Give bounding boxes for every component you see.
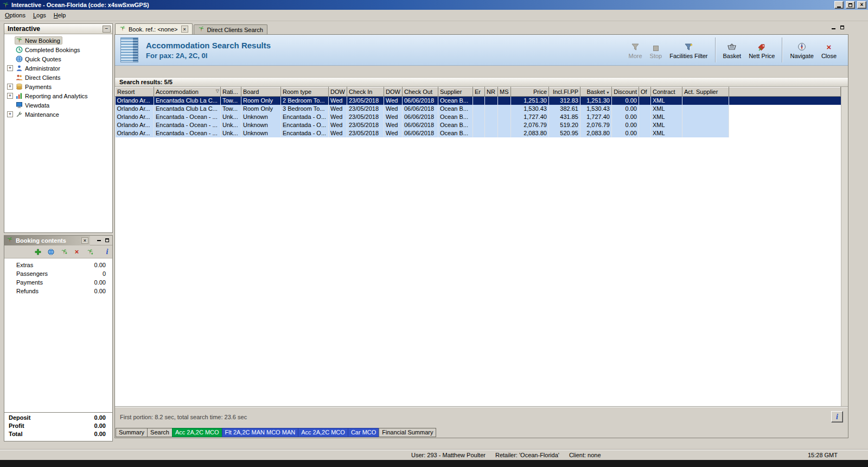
tab-summary[interactable]: Summary xyxy=(116,428,148,437)
column-header-er[interactable]: Er xyxy=(473,87,485,97)
result-row[interactable]: Orlando Ar...Encantada Club La C...Tow..… xyxy=(116,97,841,105)
total-value: 0.00 xyxy=(94,414,106,422)
column-header-dow[interactable]: DOW xyxy=(329,87,347,97)
result-row[interactable]: Orlando Ar...Encantada - Ocean - ...Unk.… xyxy=(116,129,841,137)
column-header-supplier[interactable]: Supplier xyxy=(438,87,473,97)
menu-help[interactable]: Help xyxy=(50,11,70,20)
maximize-button[interactable] xyxy=(846,1,855,9)
maximize-icon[interactable] xyxy=(840,26,844,29)
minimize-icon[interactable] xyxy=(832,28,835,29)
tab-car-mco[interactable]: Car MCO xyxy=(348,428,379,437)
expand-icon[interactable]: + xyxy=(7,93,13,99)
info-icon[interactable]: i xyxy=(103,248,111,256)
booking-row-passengers[interactable]: Passengers0 xyxy=(4,270,112,279)
collapse-panel-button[interactable]: − xyxy=(103,26,111,33)
sidebar-item-new-booking[interactable]: New Booking xyxy=(4,36,112,45)
filter-icon[interactable]: ▽ xyxy=(216,89,219,93)
close-results-button[interactable]: × Close xyxy=(821,41,837,59)
delete-icon[interactable]: × xyxy=(73,248,81,256)
cell: Ocean B... xyxy=(438,129,473,137)
booking-row-extras[interactable]: Extras0.00 xyxy=(4,262,112,270)
close-tab-icon[interactable]: × xyxy=(181,26,188,33)
basket-button[interactable]: Basket xyxy=(723,41,742,59)
result-row[interactable]: Orlando Ar...Encantada Club La C...Tow..… xyxy=(116,105,841,113)
column-header-basket[interactable]: Basket▼ xyxy=(580,87,612,97)
accommodation-results-panel: Accommodation Search Results For pax: 2A… xyxy=(114,34,848,438)
column-header-act-supplier[interactable]: Act. Supplier xyxy=(682,87,729,97)
add-item-icon[interactable] xyxy=(60,248,68,256)
menu-logs[interactable]: Logs xyxy=(29,11,50,20)
facilities-filter-button[interactable]: Facilities Filter xyxy=(669,41,707,59)
cell xyxy=(473,113,485,121)
column-header-check-in[interactable]: Check In xyxy=(347,87,384,97)
close-panel-button[interactable]: × xyxy=(81,237,88,244)
header-titles: Accommodation Search Results For pax: 2A… xyxy=(146,41,271,60)
close-button[interactable]: × xyxy=(857,1,866,9)
menu-options[interactable]: Options xyxy=(1,11,29,20)
search-timing-bar: First portion: 8.2 sec, total search tim… xyxy=(115,406,848,427)
page-subtitle: For pax: 2A, 2C, 0I xyxy=(146,52,271,60)
column-header-dow[interactable]: DOW xyxy=(384,87,403,97)
sidebar-item-maintenance[interactable]: + Maintenance xyxy=(4,110,112,119)
cell: 0.00 xyxy=(612,105,639,113)
tab-flt-man-mco-man[interactable]: Flt 2A,2C MAN MCO MAN xyxy=(222,428,299,437)
sidebar-item-reporting-analytics[interactable]: + Reporting and Analytics xyxy=(4,91,112,100)
more-button[interactable]: More xyxy=(629,41,642,59)
sidebar-item-completed-bookings[interactable]: Completed Bookings xyxy=(4,45,112,54)
column-header-resort[interactable]: Resort xyxy=(116,87,154,97)
expand-icon[interactable]: + xyxy=(7,65,13,71)
navigate-button[interactable]: Navigate xyxy=(790,41,813,59)
sidebar-item-direct-clients[interactable]: Direct Clients xyxy=(4,73,112,82)
bottom-edge xyxy=(0,460,868,467)
results-toolbar: More Stop Facilities Filter Basket xyxy=(625,37,840,62)
sidebar-item-administrator[interactable]: + Administrator xyxy=(4,64,112,73)
cell-filler xyxy=(729,97,841,105)
result-row[interactable]: Orlando Ar...Encantada - Ocean - ...Unk.… xyxy=(116,113,841,121)
statusbar-retailer: Retailer: 'Ocean-Florida' xyxy=(495,452,559,458)
cell-filler xyxy=(729,105,841,113)
booking-row-payments[interactable]: Payments0.00 xyxy=(4,279,112,288)
minimize-button[interactable] xyxy=(834,1,844,9)
tab-direct-clients-search[interactable]: Direct Clients Search xyxy=(194,24,267,34)
column-header-of[interactable]: Of xyxy=(639,87,651,97)
sidebar-item-quick-quotes[interactable]: Quick Quotes xyxy=(4,54,112,64)
tab-booking-ref[interactable]: Book. ref.: <none> × xyxy=(115,23,193,34)
column-header-contract[interactable]: Contract xyxy=(651,87,682,97)
info-button[interactable]: i xyxy=(831,411,843,422)
expand-icon[interactable]: + xyxy=(7,111,13,117)
maximize-icon[interactable] xyxy=(105,238,109,242)
row-label: Refunds xyxy=(16,288,39,296)
tab-acc-mco[interactable]: Acc 2A,2C MCO xyxy=(298,428,348,437)
sidebar-item-viewdata[interactable]: Viewdata xyxy=(4,100,112,110)
tab-acc-mco-active[interactable]: Acc 2A,2C MCO xyxy=(172,428,222,437)
minimize-icon[interactable] xyxy=(97,240,101,241)
result-row[interactable]: Orlando Ar...Encantada - Ocean - ...Unk.… xyxy=(116,121,841,129)
column-header-accommodation[interactable]: Accommodation▽ xyxy=(154,87,221,97)
cell xyxy=(682,129,729,137)
export-item-icon[interactable] xyxy=(86,248,94,256)
web-search-icon[interactable] xyxy=(47,248,55,256)
column-header-discount[interactable]: Discount xyxy=(612,87,639,97)
booking-row-refunds[interactable]: Refunds0.00 xyxy=(4,288,112,296)
cell: 312.83 xyxy=(549,97,580,105)
column-header-ms[interactable]: MS xyxy=(498,87,511,97)
vertical-scrollbar[interactable] xyxy=(841,87,848,406)
column-header-incl-fl-pp[interactable]: Incl.Fl.PP xyxy=(549,87,580,97)
column-header-board[interactable]: Board xyxy=(241,87,281,97)
column-header-room-type[interactable]: Room type xyxy=(281,87,329,97)
column-header-check-out[interactable]: Check Out xyxy=(403,87,438,97)
nett-price-button[interactable]: Nett Price xyxy=(749,41,775,59)
sidebar-item-payments[interactable]: + Payments xyxy=(4,82,112,91)
stop-button[interactable]: Stop xyxy=(650,41,662,59)
row-label: Payments xyxy=(16,279,43,288)
tab-search[interactable]: Search xyxy=(147,428,173,437)
column-header-nr[interactable]: NR xyxy=(485,87,498,97)
tab-financial-summary[interactable]: Financial Summary xyxy=(379,428,436,437)
titlebar: Interactive - Ocean-Florida (code: x4swS… xyxy=(0,0,868,10)
booking-contents-header: Booking contents × xyxy=(4,236,112,245)
cell xyxy=(639,129,651,137)
column-header-price[interactable]: Price xyxy=(511,87,549,97)
column-header-rati-[interactable]: Rati... xyxy=(221,87,241,97)
add-button[interactable] xyxy=(34,248,42,256)
expand-icon[interactable]: + xyxy=(7,84,13,90)
